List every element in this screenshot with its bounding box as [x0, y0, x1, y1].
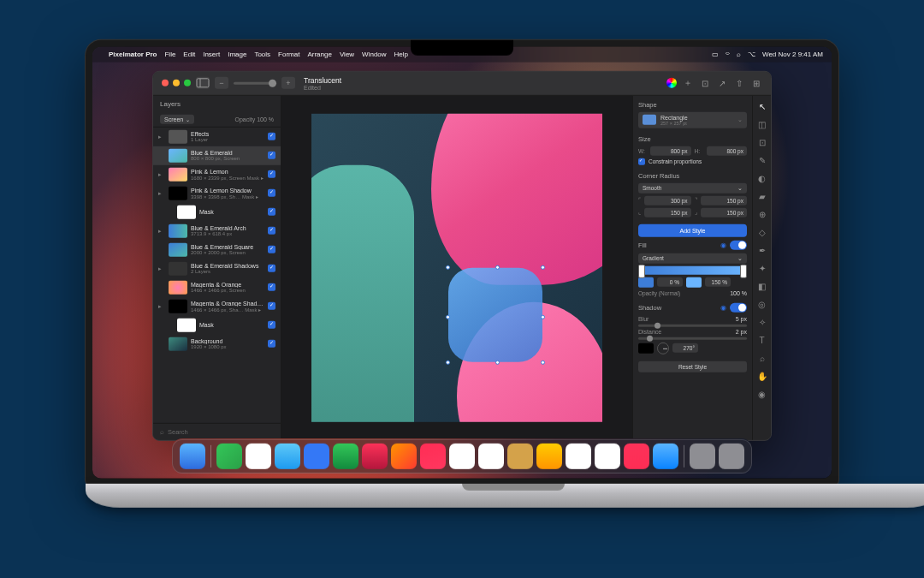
shape-type-select[interactable]: Rectangle257 × 257 pt ⌄ [638, 111, 747, 128]
zoom-tool-icon[interactable]: ⌕ [756, 352, 768, 364]
layer-visibility-checkbox[interactable] [268, 152, 275, 159]
layer-item[interactable]: Mask [153, 202, 281, 221]
menu-window[interactable]: Window [362, 51, 386, 58]
shadow-angle-input[interactable]: 270° [672, 343, 698, 353]
menu-tools[interactable]: Tools [254, 51, 270, 58]
layer-visibility-checkbox[interactable] [268, 227, 275, 235]
app-name-menu[interactable]: Pixelmator Pro [109, 51, 157, 58]
layer-visibility-checkbox[interactable] [268, 133, 275, 140]
crop-tool-icon[interactable]: ⊡ [756, 136, 768, 148]
corner-tl-input[interactable]: 300 px [644, 195, 691, 205]
opacity-value[interactable]: 100 % [257, 116, 274, 122]
layers-search[interactable]: ⌕ Search [153, 422, 281, 439]
fill-toggle[interactable] [730, 240, 747, 249]
layer-visibility-checkbox[interactable] [268, 246, 275, 253]
zoom-slider[interactable] [234, 81, 276, 84]
corner-mode-select[interactable]: Smooth⌄ [638, 182, 747, 193]
dock-app-icon[interactable] [275, 443, 300, 468]
clone-tool-icon[interactable]: ⊕ [756, 208, 768, 220]
disclosure-icon[interactable]: ▸ [158, 227, 165, 234]
dock-app-icon[interactable] [653, 443, 678, 468]
layer-item[interactable]: Magenta & Orange1466 × 1466 px, Screen [153, 277, 281, 296]
menu-file[interactable]: File [164, 51, 175, 58]
shape-teal-arch[interactable] [311, 164, 414, 421]
layer-visibility-checkbox[interactable] [268, 302, 275, 310]
layer-item[interactable]: ▸Magenta & Orange Shadow1466 × 1466 px, … [153, 296, 281, 315]
dock-app-icon[interactable] [595, 443, 620, 468]
fill-visibility-icon[interactable]: ◉ [720, 241, 726, 248]
marquee-tool-icon[interactable]: ◫ [756, 118, 768, 130]
add-icon[interactable]: ＋ [682, 77, 694, 89]
export-icon[interactable]: ↗ [716, 77, 728, 89]
distance-slider[interactable] [647, 335, 653, 341]
wand-tool-icon[interactable]: ✦ [756, 262, 768, 274]
close-button[interactable] [162, 80, 169, 86]
dock-app-icon[interactable] [304, 443, 329, 468]
reset-style-button[interactable]: Reset Style [638, 361, 747, 372]
gradient-color-1[interactable] [638, 277, 654, 287]
corner-bl-input[interactable]: 150 px [644, 207, 691, 217]
dock-app-icon[interactable] [362, 443, 388, 468]
gradient-tool-icon[interactable]: ◧ [756, 280, 768, 292]
disclosure-icon[interactable]: ▸ [158, 189, 165, 196]
crop-icon[interactable]: ⊡ [699, 77, 711, 89]
menu-view[interactable]: View [340, 51, 354, 58]
pen-tool-icon[interactable]: ✒ [756, 244, 768, 256]
layer-visibility-checkbox[interactable] [268, 283, 275, 291]
layer-item[interactable]: ▸Pink & Lemon Shadow3398 × 3398 px, Sh… … [153, 183, 281, 202]
maximize-button[interactable] [184, 80, 191, 86]
adjust-tool-icon[interactable]: ◎ [756, 298, 768, 310]
dock-app-icon[interactable] [566, 443, 591, 468]
menu-arrange[interactable]: Arrange [307, 51, 331, 58]
brush-tool-icon[interactable]: ✎ [756, 154, 768, 166]
menubar-datetime[interactable]: Wed Nov 2 9:41 AM [762, 51, 823, 58]
dock-app-icon[interactable] [449, 443, 475, 468]
layer-item[interactable]: ▸Effects1 Layer [153, 127, 281, 146]
layer-item[interactable]: Blue & Emerald800 × 800 px, Screen [153, 146, 281, 164]
layer-visibility-checkbox[interactable] [268, 265, 275, 272]
height-input[interactable]: 800 px [707, 146, 748, 155]
shadow-color[interactable] [638, 343, 654, 353]
shadow-angle-dial[interactable] [657, 342, 669, 354]
fill-tool-icon[interactable]: ▰ [756, 190, 768, 202]
hand-tool-icon[interactable]: ✋ [756, 370, 768, 382]
disclosure-icon[interactable]: ▸ [158, 265, 165, 271]
distance-value[interactable]: 2 px [736, 328, 747, 334]
dock-app-icon[interactable] [690, 443, 715, 468]
menu-help[interactable]: Help [394, 51, 408, 58]
selection-handles[interactable] [448, 267, 542, 361]
gradient-stop-1[interactable]: 0 % [657, 277, 683, 287]
dock-app-icon[interactable] [246, 443, 271, 468]
disclosure-icon[interactable]: ▸ [158, 133, 165, 140]
menu-edit[interactable]: Edit [183, 51, 195, 58]
layer-visibility-checkbox[interactable] [268, 321, 275, 329]
gradient-editor[interactable] [638, 265, 747, 274]
layer-item[interactable]: ▸Blue & Emerald Shadows2 Layers [153, 259, 281, 277]
dock-app-icon[interactable] [180, 443, 205, 468]
inspector-toggle-icon[interactable]: ⊞ [750, 77, 762, 89]
dock-app-icon[interactable] [536, 443, 562, 468]
sidebar-toggle-icon[interactable] [196, 77, 210, 89]
disclosure-icon[interactable]: ▸ [158, 302, 165, 309]
fill-opacity-value[interactable]: 100 % [730, 289, 747, 295]
shape-pink-blob[interactable] [431, 113, 602, 284]
canvas[interactable] [311, 113, 602, 421]
disclosure-icon[interactable]: ▸ [158, 170, 165, 177]
effects-tool-icon[interactable]: ✧ [756, 316, 768, 328]
dock-app-icon[interactable] [478, 443, 504, 468]
gradient-stop-2[interactable]: 150 % [705, 277, 731, 287]
gradient-color-2[interactable] [686, 277, 702, 287]
blur-value[interactable]: 5 px [736, 315, 747, 321]
layer-item[interactable]: ▸Blue & Emerald Arch3713.9 × 618.4 px [153, 221, 281, 240]
layer-visibility-checkbox[interactable] [268, 340, 275, 348]
search-icon[interactable]: ⌕ [737, 51, 741, 58]
layer-item[interactable]: ▸Pink & Lemon1680 × 2339 px, Screen Mask… [153, 164, 281, 183]
blend-mode-select[interactable]: Screen⌄ [160, 114, 194, 123]
menu-image[interactable]: Image [228, 51, 246, 58]
canvas-area[interactable] [281, 95, 632, 439]
layer-item[interactable]: Mask [153, 315, 281, 334]
dock-app-icon[interactable] [391, 443, 417, 468]
battery-icon[interactable]: ▭ [712, 51, 719, 58]
corner-tr-input[interactable]: 150 px [701, 195, 748, 205]
width-input[interactable]: 800 px [650, 146, 691, 155]
